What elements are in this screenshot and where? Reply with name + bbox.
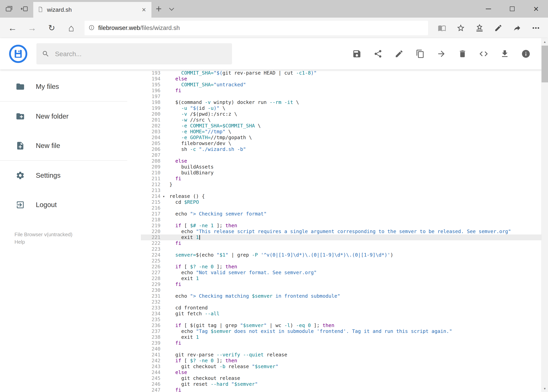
- code-line-244[interactable]: 244 else: [141, 370, 548, 375]
- code-line-232[interactable]: 232: [141, 299, 548, 305]
- code-line-242[interactable]: 242 if [ $? -ne 0 ]; then: [141, 358, 548, 364]
- info-button[interactable]: [521, 49, 531, 59]
- home-button[interactable]: ⌂: [62, 20, 81, 36]
- code-line-214[interactable]: 214▾release () {: [141, 193, 548, 199]
- code-line-197[interactable]: 197: [141, 94, 548, 99]
- code-line-236[interactable]: 236 if [ $(git tag | grep "$semver" | wc…: [141, 322, 548, 328]
- reading-view-button[interactable]: [433, 20, 451, 36]
- refresh-button[interactable]: ↻: [42, 20, 62, 36]
- sidebar-item-logout[interactable]: Logout: [0, 190, 141, 219]
- delete-button[interactable]: [458, 49, 467, 59]
- download-button[interactable]: [500, 49, 510, 59]
- browser-tab-active[interactable]: wizard.sh ×: [33, 2, 152, 18]
- page-scrollbar[interactable]: ▲ ▼: [541, 38, 548, 392]
- new-tab-button[interactable]: +: [152, 4, 166, 14]
- sidebar-item-settings[interactable]: Settings: [0, 161, 141, 190]
- tab-close-icon[interactable]: ×: [141, 6, 147, 13]
- code-line-235[interactable]: 235: [141, 317, 548, 322]
- code-line-227[interactable]: 227 echo "Not valid semver format. See s…: [141, 270, 548, 276]
- fold-marker-icon[interactable]: ▾: [160, 193, 167, 199]
- code-line-234[interactable]: 234 git fetch --all: [141, 311, 548, 317]
- site-info-icon[interactable]: [88, 24, 95, 32]
- more-actions-button[interactable]: [527, 20, 545, 36]
- sidebar-item-my-files[interactable]: My files: [0, 72, 141, 101]
- code-line-246[interactable]: 246 git reset --hard "$semver": [141, 381, 548, 387]
- code-line-219[interactable]: 219 if [ $# -ne 1 ]; then: [141, 223, 548, 229]
- code-line-200[interactable]: 200 -v /$(pwd):/src:z \: [141, 111, 548, 117]
- code-line-195[interactable]: 195 COMMIT_SHA="untracked": [141, 82, 548, 88]
- window-maximize-button[interactable]: [500, 0, 524, 18]
- move-button[interactable]: [437, 49, 446, 59]
- scrollbar-up-arrow[interactable]: ▲: [541, 38, 548, 45]
- save-button[interactable]: [352, 49, 362, 59]
- code-line-218[interactable]: 218: [141, 217, 548, 223]
- code-line-210[interactable]: 210 buildBinary: [141, 170, 548, 176]
- code-line-216[interactable]: 216: [141, 205, 548, 211]
- code-line-215[interactable]: 215 cd $REPO: [141, 199, 548, 205]
- back-button[interactable]: ←: [3, 20, 22, 36]
- favorites-star-button[interactable]: [451, 20, 470, 36]
- code-line-243[interactable]: 243 git checkout -b release "$semver": [141, 364, 548, 370]
- share-button[interactable]: [373, 49, 383, 59]
- code-line-193[interactable]: 193 COMMIT_SHA="$(git rev-parse HEAD | c…: [141, 70, 548, 76]
- code-line-247[interactable]: 247 fi: [141, 387, 548, 392]
- code-line-194[interactable]: 194 else: [141, 76, 548, 82]
- set-tabs-aside-button[interactable]: [18, 3, 30, 15]
- source-code-button[interactable]: [479, 49, 489, 59]
- edit-button[interactable]: [394, 49, 404, 59]
- filebrowser-logo[interactable]: [9, 44, 28, 63]
- copy-button[interactable]: [415, 49, 425, 59]
- code-line-222[interactable]: 222 fi: [141, 240, 548, 246]
- address-bar[interactable]: filebrowser.web/files/wizard.sh: [84, 21, 428, 35]
- scrollbar-down-arrow[interactable]: ▼: [541, 385, 548, 392]
- help-link[interactable]: Help: [14, 238, 141, 246]
- code-line-212[interactable]: 212}: [141, 182, 548, 188]
- code-line-226[interactable]: 226 if [ $? -ne 0 ]; then: [141, 264, 548, 270]
- share-page-button[interactable]: [508, 20, 527, 36]
- hub-button[interactable]: [470, 20, 489, 36]
- code-line-204[interactable]: 204 -e GOPATH=//tmp/gopath \: [141, 135, 548, 140]
- code-line-198[interactable]: 198 $(command -v winpty) docker run --rm…: [141, 99, 548, 105]
- code-line-201[interactable]: 201 -w //src \: [141, 117, 548, 123]
- sidebar-item-new-folder[interactable]: New folder: [0, 102, 141, 131]
- code-line-199[interactable]: 199 -u "$(id -u)" \: [141, 105, 548, 111]
- code-line-228[interactable]: 228 exit 1: [141, 276, 548, 281]
- code-line-221[interactable]: 221 exit 1: [141, 234, 548, 240]
- code-line-229[interactable]: 229 fi: [141, 281, 548, 287]
- code-line-245[interactable]: 245 git checkout release: [141, 375, 548, 381]
- code-editor[interactable]: 193 COMMIT_SHA="$(git rev-parse HEAD | c…: [141, 70, 548, 392]
- code-line-209[interactable]: 209 buildAssets: [141, 164, 548, 170]
- code-line-203[interactable]: 203 -e HOME="//tmp" \: [141, 129, 548, 135]
- code-line-240[interactable]: 240: [141, 346, 548, 352]
- window-close-button[interactable]: ×: [524, 0, 548, 18]
- sidebar-item-new-file[interactable]: New file: [0, 131, 141, 160]
- search-box[interactable]: [36, 43, 232, 64]
- code-line-230[interactable]: 230: [141, 287, 548, 293]
- show-set-aside-tabs-button[interactable]: [3, 3, 15, 15]
- code-line-237[interactable]: 237 echo "Tag $semver does not exist in …: [141, 328, 548, 334]
- code-line-239[interactable]: 239 fi: [141, 340, 548, 346]
- tab-list-dropdown[interactable]: [166, 8, 177, 10]
- code-line-211[interactable]: 211 fi: [141, 176, 548, 182]
- code-line-238[interactable]: 238 exit 1: [141, 334, 548, 340]
- web-note-button[interactable]: [489, 20, 508, 36]
- code-line-224[interactable]: 224 semver=$(echo "$1" | grep -P '^v(0|[…: [141, 252, 548, 258]
- code-line-196[interactable]: 196 fi: [141, 88, 548, 94]
- code-line-241[interactable]: 241 git rev-parse --verify --quiet relea…: [141, 352, 548, 358]
- search-input[interactable]: [55, 50, 227, 58]
- code-line-220[interactable]: 220 echo "This release script requires a…: [141, 229, 548, 234]
- scrollbar-thumb[interactable]: [541, 46, 548, 82]
- code-line-205[interactable]: 205 filebrowser/dev \: [141, 140, 548, 146]
- code-line-202[interactable]: 202 -e COMMIT_SHA=$COMMIT_SHA \: [141, 123, 548, 129]
- code-line-233[interactable]: 233 cd frontend: [141, 305, 548, 311]
- code-line-208[interactable]: 208 else: [141, 158, 548, 164]
- code-line-213[interactable]: 213: [141, 188, 548, 193]
- forward-button[interactable]: →: [22, 20, 42, 36]
- code-line-207[interactable]: 207: [141, 152, 548, 158]
- code-line-223[interactable]: 223: [141, 246, 548, 252]
- window-minimize-button[interactable]: [476, 0, 500, 18]
- code-line-225[interactable]: 225: [141, 258, 548, 264]
- code-line-206[interactable]: 206 sh -c "./wizard.sh -b": [141, 146, 548, 152]
- code-line-217[interactable]: 217 echo "> Checking semver format": [141, 211, 548, 217]
- code-line-231[interactable]: 231 echo "> Checking matching $semver in…: [141, 293, 548, 299]
